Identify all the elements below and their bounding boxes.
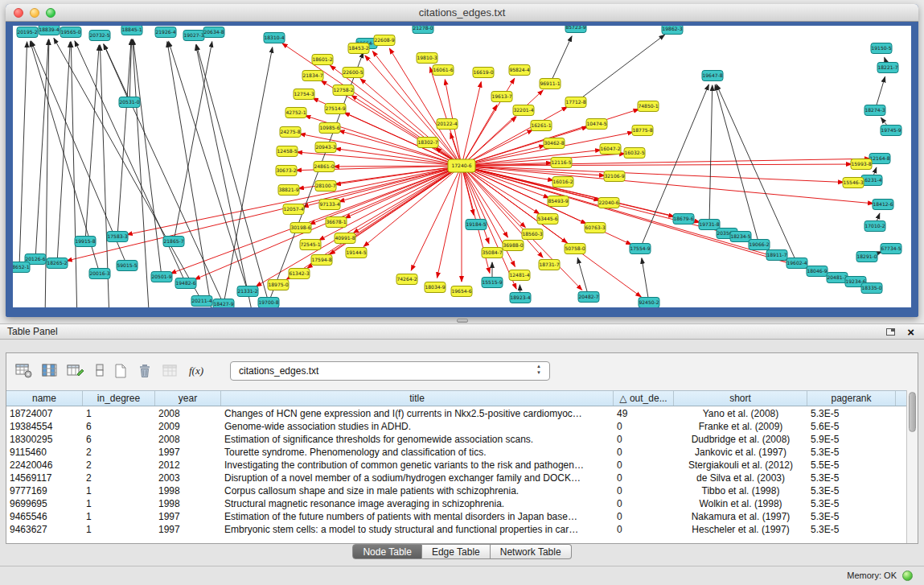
table-cell[interactable]: 18300295 (6, 433, 83, 446)
table-cell[interactable]: 1 (83, 407, 155, 420)
network-node[interactable]: 19602-4 (786, 258, 807, 269)
table-cell[interactable]: 5.3E-5 (807, 523, 896, 536)
network-node[interactable]: 20481-3 (827, 273, 848, 283)
network-node[interactable]: 20531-0 (119, 97, 140, 108)
network-node[interactable]: 21278-0 (413, 26, 433, 34)
table-cell[interactable]: 2003 (155, 472, 221, 484)
network-node[interactable]: 22600-5 (343, 68, 363, 78)
column-header-pagerank[interactable]: pagerank (807, 391, 896, 406)
table-cell[interactable]: 2008 (155, 407, 221, 420)
network-node[interactable]: 19810-3 (417, 53, 437, 64)
tab-network-table[interactable]: Network Table (491, 544, 572, 559)
table-cell[interactable]: Stergiakouli et al. (2012) (674, 459, 807, 472)
network-node[interactable]: 16619-0 (473, 68, 494, 78)
table-row[interactable]: 946362711997Embryonic stem cells: a mode… (6, 523, 906, 536)
network-node[interactable]: 22040-6 (598, 198, 619, 208)
new-row-button[interactable] (88, 360, 111, 381)
table-cell[interactable]: Changes of HCN gene expression and I(f) … (221, 407, 614, 420)
table-cell[interactable]: 5.3E-5 (807, 472, 896, 484)
new-document-button[interactable] (109, 360, 132, 381)
network-node[interactable]: 96911-1 (540, 79, 561, 89)
network-node[interactable]: 19144-5 (346, 248, 367, 258)
network-node[interactable]: 19066-2 (749, 240, 770, 250)
table-cell[interactable]: 2 (83, 459, 155, 472)
table-cell[interactable]: 2 (83, 446, 155, 459)
network-node[interactable]: 20482-7 (578, 292, 599, 303)
table-row[interactable]: 1456911722003Disruption of a novel membe… (6, 472, 906, 484)
network-node[interactable]: 18911-7 (766, 250, 787, 261)
network-node[interactable]: 27514-9 (325, 104, 346, 114)
network-node[interactable]: 19745-9 (881, 126, 901, 136)
table-cell[interactable]: 0 (614, 420, 674, 433)
network-node[interactable]: 30673-2 (276, 166, 297, 176)
network-node[interactable]: 20211-4 (191, 296, 212, 307)
table-cell[interactable]: 0 (614, 523, 674, 536)
network-node[interactable]: 18310-4 (264, 33, 285, 43)
network-node[interactable]: 19613-7 (491, 92, 512, 102)
table-cell[interactable]: 14569117 (6, 472, 83, 484)
network-node[interactable]: 18775-8 (632, 126, 653, 136)
close-panel-icon[interactable]: × (907, 324, 914, 340)
table-cell[interactable]: Structural magnetic resonance image aver… (221, 497, 614, 510)
network-node[interactable]: 67734-5 (881, 244, 901, 254)
network-node[interactable]: 12116-5 (551, 158, 572, 168)
network-node[interactable]: 30198-6 (290, 223, 311, 233)
table-cell[interactable]: 1 (83, 497, 155, 510)
network-node[interactable]: 74850-1 (638, 101, 659, 112)
table-cell[interactable]: 2 (83, 472, 155, 484)
table-cell[interactable]: 19384554 (6, 420, 83, 433)
table-cell[interactable]: Yano et al. (2008) (674, 407, 807, 420)
network-node[interactable]: 19700-8 (258, 298, 279, 308)
scrollbar-thumb[interactable] (909, 392, 916, 432)
network-node[interactable]: 18034-9 (425, 282, 446, 293)
table-cell[interactable]: 5.3E-5 (807, 510, 896, 523)
network-node[interactable]: 17712-8 (565, 97, 586, 108)
column-header-year[interactable]: year (155, 391, 221, 406)
network-node[interactable]: 12057-4 (283, 204, 304, 215)
network-node[interactable]: 72545-1 (300, 240, 321, 250)
network-node[interactable]: 19565-0 (60, 27, 81, 38)
network-node[interactable]: 18335-0 (861, 283, 882, 294)
splitter-grip-icon[interactable] (457, 319, 468, 323)
import-table-button[interactable] (159, 360, 182, 381)
network-node[interactable]: 36988-0 (503, 241, 524, 251)
table-cell[interactable]: 0 (614, 459, 674, 472)
network-node[interactable]: 21865-7 (163, 237, 184, 247)
table-cell[interactable]: 5.6E-5 (807, 420, 896, 433)
network-node[interactable]: 74264-2 (396, 274, 417, 285)
table-cell[interactable]: 1997 (155, 446, 221, 459)
network-node[interactable]: 19862-3 (662, 26, 683, 35)
network-node[interactable]: 17240-6 (448, 159, 475, 172)
network-node[interactable]: 36678-1 (326, 217, 347, 228)
network-node[interactable]: 42752-1 (285, 108, 306, 118)
column-header-name[interactable]: name (6, 391, 83, 406)
table-cell[interactable]: 0 (614, 446, 674, 459)
vertical-scrollbar[interactable] (906, 390, 918, 543)
network-node[interactable]: 15993-8 (851, 159, 872, 170)
table-cell[interactable]: 1997 (155, 510, 221, 523)
network-node[interactable]: 12754-3 (294, 89, 314, 100)
network-node[interactable]: 20943-3 (315, 142, 336, 153)
network-node[interactable]: 21834-7 (302, 71, 323, 81)
table-cell[interactable]: 6 (83, 433, 155, 446)
network-canvas[interactable]: 17240-620195-218839-419565-020732-518845… (13, 26, 911, 307)
function-builder-button[interactable]: f(x) (185, 360, 207, 381)
table-cell[interactable]: 0 (614, 510, 674, 523)
network-node[interactable]: 12758-2 (333, 85, 354, 96)
network-node[interactable]: 18679-6 (673, 214, 694, 225)
table-cell[interactable]: Hescheler et al. (1997) (674, 523, 807, 536)
network-node[interactable]: 10474-5 (586, 119, 607, 130)
network-node[interactable]: 20732-5 (89, 31, 110, 41)
network-node[interactable]: 18560-3 (522, 229, 543, 240)
table-cell[interactable]: 2009 (155, 420, 221, 433)
network-node[interactable]: 20122-4 (437, 119, 458, 130)
table-cell[interactable]: Jankovic et al. (1997) (674, 446, 807, 459)
network-node[interactable]: 22608-9 (374, 35, 395, 46)
network-node[interactable]: 16047-2 (600, 144, 621, 154)
network-node[interactable]: 17010-2 (864, 221, 885, 232)
network-node[interactable]: 18302-7 (417, 138, 438, 148)
table-cell[interactable]: 5.3E-5 (807, 446, 896, 459)
network-node[interactable]: 18975-0 (268, 280, 289, 290)
table-cell[interactable]: 0 (614, 497, 674, 510)
network-node[interactable]: 59015-5 (117, 261, 138, 271)
